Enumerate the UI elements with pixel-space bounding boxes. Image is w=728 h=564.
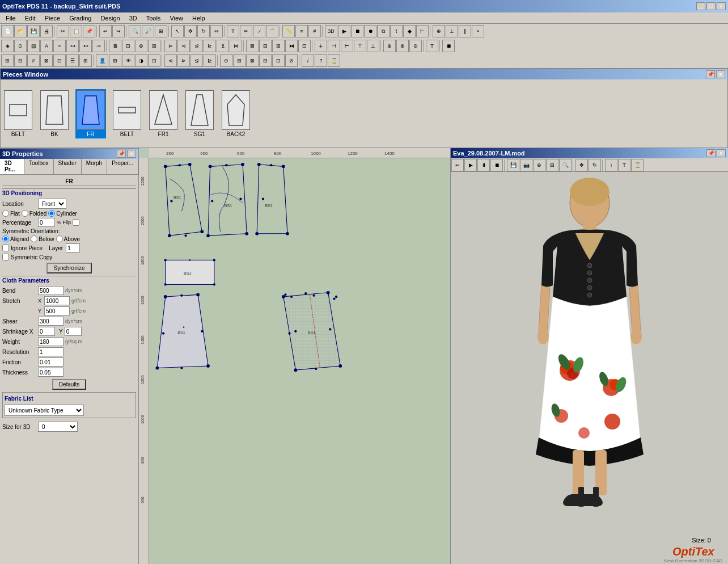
tb-rotate[interactable]: ↻ <box>197 25 210 37</box>
prop-pin-btn[interactable]: 📌 <box>117 150 126 158</box>
tb-3d-1[interactable]: 3D <box>325 25 337 37</box>
tb-fit[interactable]: ⊞ <box>155 25 167 37</box>
shrinkage-x-input[interactable] <box>38 327 55 336</box>
menu-design[interactable]: Design <box>96 14 124 23</box>
menu-3d[interactable]: 3D <box>125 14 142 23</box>
minimize-button[interactable]: _ <box>696 2 705 10</box>
bend-input[interactable] <box>38 286 64 295</box>
tb2-r2[interactable]: ⊗ <box>396 40 409 52</box>
folded-radio-label[interactable]: Folded <box>22 210 47 217</box>
tb-undo[interactable]: ↩ <box>99 25 112 37</box>
tb3-f3[interactable]: ⊠ <box>246 54 259 67</box>
piece-item-belt2[interactable]: BELT <box>112 89 142 138</box>
synchronize-button[interactable]: Synchronize <box>46 263 91 273</box>
tb3-7[interactable]: ⊞ <box>79 54 92 67</box>
tb3-v4[interactable]: ⊵ <box>204 54 216 67</box>
piece-item-belt1[interactable]: BELT <box>3 89 33 138</box>
tab-toolbox[interactable]: Toolbox <box>24 159 53 174</box>
tb-grid[interactable]: # <box>308 25 321 37</box>
rt-btn-1[interactable]: ↩ <box>451 159 464 171</box>
close-button[interactable]: × <box>717 2 726 10</box>
below-radio-label[interactable]: Below <box>31 235 54 242</box>
thickness-input[interactable] <box>38 368 64 377</box>
menu-edit[interactable]: Edit <box>20 14 40 23</box>
tb3-v2[interactable]: ⊳ <box>177 54 190 67</box>
rt-btn-14[interactable]: ⌛ <box>631 159 644 171</box>
menu-grading[interactable]: Grading <box>65 14 96 23</box>
tb-pts[interactable]: • <box>472 25 484 37</box>
resolution-input[interactable] <box>38 347 64 356</box>
tb2-4[interactable]: A <box>40 40 53 52</box>
tb-cut[interactable]: ✂ <box>57 25 69 37</box>
tb2-m6[interactable]: ⋈ <box>230 40 242 52</box>
tb3-v3[interactable]: ⊴ <box>191 54 203 67</box>
tb2-7[interactable]: ⊷ <box>79 40 92 52</box>
tb3-1[interactable]: ⊞ <box>1 54 14 67</box>
rt-btn-13[interactable]: T <box>618 159 630 171</box>
tb3-v1[interactable]: ⊲ <box>164 54 177 67</box>
folded-radio[interactable] <box>22 210 28 217</box>
aligned-radio[interactable] <box>2 235 9 242</box>
aligned-radio-label[interactable]: Aligned <box>2 235 29 242</box>
tab-morph[interactable]: Morph <box>82 159 107 174</box>
tb-curve[interactable]: ⌒ <box>266 25 278 37</box>
tb-zoom-in[interactable]: 🔍 <box>129 25 141 37</box>
tab-shader[interactable]: Shader <box>54 159 82 174</box>
tb-perp[interactable]: ⊥ <box>446 25 458 37</box>
tb2-6[interactable]: ⊶ <box>66 40 79 52</box>
defaults-button[interactable]: Defaults <box>52 379 87 390</box>
stretch-y-input[interactable] <box>44 306 70 315</box>
piece-item-bk[interactable]: BK <box>39 89 70 138</box>
tb-move[interactable]: ✥ <box>184 25 197 37</box>
menu-piece[interactable]: Piece <box>40 14 65 23</box>
menu-tools[interactable]: Tools <box>142 14 166 23</box>
rt-btn-2[interactable]: ▶ <box>464 159 477 171</box>
tb2-n2[interactable]: ⊣ <box>328 40 340 52</box>
tb3-3[interactable]: # <box>27 54 40 67</box>
tb2-m3[interactable]: ⊴ <box>191 40 203 52</box>
stretch-x-input[interactable] <box>44 296 70 305</box>
model-pin-btn[interactable]: 📌 <box>706 149 716 157</box>
flip-checkbox[interactable] <box>73 219 79 226</box>
rt-btn-7[interactable]: ⊕ <box>533 159 545 171</box>
tb3-5[interactable]: ⊡ <box>53 54 66 67</box>
tb-3d-3[interactable]: ⏹ <box>351 25 363 37</box>
tb3-f4[interactable]: ⊟ <box>259 54 272 67</box>
menu-view[interactable]: View <box>165 14 188 23</box>
rt-btn-3[interactable]: ⏸ <box>477 159 490 171</box>
tb-seam[interactable]: ⌇ <box>390 25 403 37</box>
above-radio-label[interactable]: Above <box>56 235 80 242</box>
shear-input[interactable] <box>38 317 64 326</box>
rt-btn-12[interactable]: i <box>605 159 617 171</box>
tb3-4[interactable]: ⊠ <box>40 54 53 67</box>
size-3d-dropdown[interactable]: 0 <box>38 422 78 432</box>
tb2-r1[interactable]: ⊕ <box>383 40 396 52</box>
rt-btn-4[interactable]: ⏹ <box>490 159 503 171</box>
rt-btn-11[interactable]: ↻ <box>589 159 601 171</box>
tb3-f5[interactable]: ⊡ <box>272 54 285 67</box>
piece-item-back2[interactable]: BACK2 <box>221 89 251 138</box>
ignore-piece-checkbox[interactable] <box>2 245 9 251</box>
tb2-m5[interactable]: ⊻ <box>217 40 229 52</box>
tb3-usr[interactable]: 👤 <box>96 54 108 67</box>
rt-btn-10[interactable]: ✥ <box>575 159 588 171</box>
tb2-2[interactable]: ⊙ <box>14 40 27 52</box>
menu-help[interactable]: Help <box>188 14 210 23</box>
below-radio[interactable] <box>31 235 37 242</box>
menu-file[interactable]: File <box>1 14 20 23</box>
tb2-n5[interactable]: ⊥ <box>367 40 379 52</box>
tb-paste[interactable]: 📌 <box>83 25 95 37</box>
tb2-m1[interactable]: ⊳ <box>164 40 177 52</box>
tab-proper[interactable]: Proper... <box>107 159 138 174</box>
tb3-f1[interactable]: ⊝ <box>220 54 232 67</box>
tb3-2[interactable]: ⊟ <box>14 54 27 67</box>
layer-input[interactable] <box>66 243 80 252</box>
tab-3d-props[interactable]: 3D Pr... <box>0 159 24 174</box>
tb3-f2[interactable]: ⊞ <box>233 54 246 67</box>
tb-dart[interactable]: ◆ <box>403 25 416 37</box>
tb3-q[interactable]: ? <box>315 54 327 67</box>
tb-mirror[interactable]: ⇔ <box>210 25 223 37</box>
tb2-n4[interactable]: ⊤ <box>354 40 366 52</box>
tb-draw[interactable]: ✏ <box>240 25 252 37</box>
tb2-m2[interactable]: ⊲ <box>177 40 190 52</box>
